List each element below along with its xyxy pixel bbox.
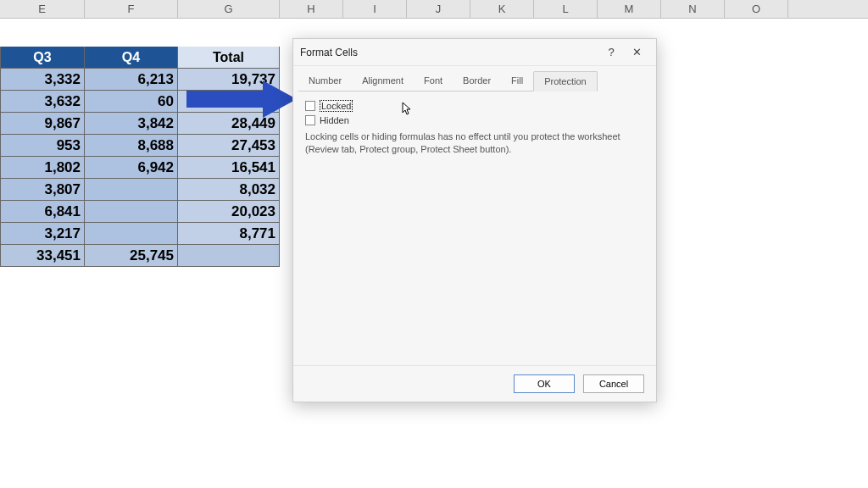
locked-checkbox[interactable] [305, 101, 315, 111]
cell[interactable]: 6,841 [0, 201, 85, 223]
cell[interactable]: 3,632 [0, 91, 85, 113]
cell[interactable]: 3,807 [0, 179, 85, 201]
tab-fill[interactable]: Fill [501, 71, 533, 92]
cell[interactable]: 9,867 [0, 113, 85, 135]
locked-label[interactable]: Locked [320, 100, 353, 112]
cell[interactable] [85, 201, 178, 223]
col-header-m[interactable]: M [598, 0, 661, 18]
tab-number[interactable]: Number [298, 71, 352, 92]
col-header-g[interactable]: G [178, 0, 280, 18]
col-header-e[interactable]: E [0, 0, 85, 18]
cancel-button[interactable]: Cancel [583, 374, 644, 393]
dialog-tabs: Number Alignment Font Border Fill Protec… [293, 66, 656, 92]
cell[interactable]: 8,771 [178, 223, 280, 245]
cell[interactable]: 6,942 [85, 157, 178, 179]
cell[interactable]: 8,032 [178, 179, 280, 201]
cell[interactable]: 8,688 [85, 135, 178, 157]
ok-button[interactable]: OK [514, 374, 575, 393]
cell[interactable]: 3,217 [0, 223, 85, 245]
close-button[interactable]: ✕ [624, 46, 649, 58]
cell[interactable]: 1,802 [0, 157, 85, 179]
table-row: 953 8,688 27,453 [0, 135, 280, 157]
cell[interactable]: 60 [85, 91, 178, 113]
header-total[interactable]: Total [178, 47, 280, 69]
help-button[interactable]: ? [598, 46, 624, 58]
cell[interactable]: 25,745 [85, 245, 178, 267]
arrow-annotation [186, 80, 297, 118]
hidden-label[interactable]: Hidden [320, 115, 349, 125]
cell[interactable]: 6,213 [85, 69, 178, 91]
hidden-checkbox[interactable] [305, 115, 315, 125]
data-table: Q3 Q4 Total 3,332 6,213 19,737 3,632 60 … [0, 47, 280, 267]
cell[interactable]: 33,451 [0, 245, 85, 267]
cell[interactable] [85, 223, 178, 245]
cursor-icon [402, 102, 412, 118]
dialog-buttons: OK Cancel [293, 365, 656, 402]
col-header-j[interactable]: J [407, 0, 470, 18]
cell[interactable]: 953 [0, 135, 85, 157]
tab-alignment[interactable]: Alignment [352, 71, 414, 92]
hidden-checkbox-row: Hidden [305, 115, 644, 125]
table-header-row: Q3 Q4 Total [0, 47, 280, 69]
cell[interactable]: 3,842 [85, 113, 178, 135]
tab-font[interactable]: Font [414, 71, 453, 92]
column-headers: E F G H I J K L M N O [0, 0, 868, 19]
table-row: 3,807 8,032 [0, 179, 280, 201]
tab-protection[interactable]: Protection [533, 71, 598, 92]
svg-marker-0 [186, 80, 297, 118]
cell[interactable]: 3,332 [0, 69, 85, 91]
cell[interactable] [178, 245, 280, 267]
cell[interactable]: 20,023 [178, 201, 280, 223]
col-header-k[interactable]: K [470, 0, 534, 18]
cell[interactable]: 16,541 [178, 157, 280, 179]
dialog-title: Format Cells [300, 47, 598, 58]
col-header-l[interactable]: L [534, 0, 598, 18]
table-row: 1,802 6,942 16,541 [0, 157, 280, 179]
header-q3[interactable]: Q3 [0, 47, 85, 69]
locked-checkbox-row: Locked [305, 100, 644, 112]
header-q4[interactable]: Q4 [85, 47, 178, 69]
tab-border[interactable]: Border [453, 71, 501, 92]
col-header-n[interactable]: N [661, 0, 725, 18]
col-header-f[interactable]: F [85, 0, 178, 18]
protection-tab-body: Locked Hidden Locking cells or hiding fo… [293, 92, 656, 365]
table-row: 3,217 8,771 [0, 223, 280, 245]
col-header-i[interactable]: I [343, 0, 407, 18]
format-cells-dialog: Format Cells ? ✕ Number Alignment Font B… [292, 38, 657, 402]
cell[interactable]: 27,453 [178, 135, 280, 157]
col-header-o[interactable]: O [725, 0, 788, 18]
dialog-titlebar[interactable]: Format Cells ? ✕ [293, 39, 656, 66]
cell[interactable] [85, 179, 178, 201]
col-header-h[interactable]: H [280, 0, 343, 18]
table-row: 6,841 20,023 [0, 201, 280, 223]
table-total-row: 33,451 25,745 [0, 245, 280, 267]
protection-description: Locking cells or hiding formulas has no … [305, 130, 644, 156]
